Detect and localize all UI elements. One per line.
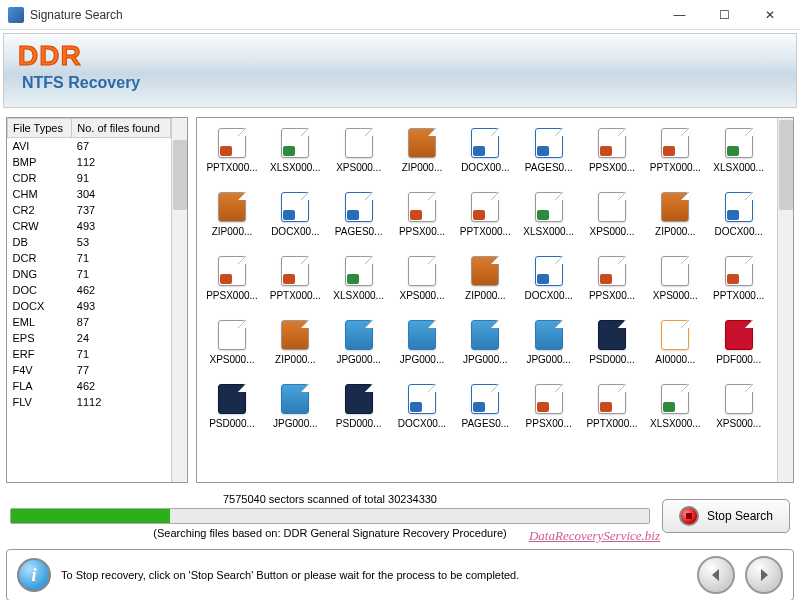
table-row[interactable]: DCR71 [8, 250, 171, 266]
file-item[interactable]: PPSX00... [583, 256, 641, 314]
ppt-file-icon [218, 256, 246, 286]
file-item[interactable]: JPG000... [456, 320, 514, 378]
psd-file-icon [218, 384, 246, 414]
file-item[interactable]: PPSX00... [520, 384, 578, 442]
file-item[interactable]: XLSX000... [710, 128, 768, 186]
file-item[interactable]: XPS000... [583, 192, 641, 250]
file-item[interactable]: PAGES0... [456, 384, 514, 442]
file-item[interactable]: XPS000... [646, 256, 704, 314]
file-item[interactable]: XPS000... [203, 320, 261, 378]
file-type-cell: ERF [8, 346, 72, 362]
file-count-cell: 53 [72, 234, 171, 250]
file-item[interactable]: PPTX000... [203, 128, 261, 186]
file-label: ZIP000... [204, 226, 260, 237]
table-row[interactable]: EPS24 [8, 330, 171, 346]
table-row[interactable]: DOC462 [8, 282, 171, 298]
file-item[interactable]: PPTX000... [456, 192, 514, 250]
table-row[interactable]: CRW493 [8, 218, 171, 234]
plain-file-icon [218, 320, 246, 350]
file-item[interactable]: AI0000... [646, 320, 704, 378]
file-item[interactable]: XLSX000... [646, 384, 704, 442]
table-row[interactable]: AVI67 [8, 138, 171, 155]
table-row[interactable]: F4V77 [8, 362, 171, 378]
file-label: DOCX00... [457, 162, 513, 173]
file-item[interactable]: ZIP000... [266, 320, 324, 378]
file-item[interactable]: XPS000... [393, 256, 451, 314]
file-item[interactable]: PPTX000... [646, 128, 704, 186]
file-item[interactable]: XPS000... [330, 128, 388, 186]
file-item[interactable]: ZIP000... [203, 192, 261, 250]
titlebar: Signature Search — ☐ ✕ [0, 0, 800, 30]
file-item[interactable]: DOCX00... [266, 192, 324, 250]
file-label: XLSX000... [267, 162, 323, 173]
file-label: JPG000... [457, 354, 513, 365]
file-item[interactable]: DOCX00... [520, 256, 578, 314]
file-count-cell: 493 [72, 218, 171, 234]
doc-file-icon [535, 128, 563, 158]
right-scrollbar[interactable] [777, 118, 793, 482]
file-item[interactable]: ZIP000... [393, 128, 451, 186]
file-grid: PPTX000...XLSX000...XPS000...ZIP000...DO… [197, 118, 777, 482]
table-row[interactable]: CR2737 [8, 202, 171, 218]
table-row[interactable]: DOCX493 [8, 298, 171, 314]
col-header-types[interactable]: File Types [8, 119, 72, 138]
file-item[interactable]: DOCX00... [456, 128, 514, 186]
file-item[interactable]: PDF000... [710, 320, 768, 378]
file-item[interactable]: PPTX000... [266, 256, 324, 314]
file-item[interactable]: XPS000... [710, 384, 768, 442]
table-row[interactable]: FLV1112 [8, 394, 171, 410]
file-item[interactable]: PPSX000... [203, 256, 261, 314]
close-button[interactable]: ✕ [747, 1, 792, 29]
table-row[interactable]: BMP112 [8, 154, 171, 170]
file-item[interactable]: JPG000... [393, 320, 451, 378]
file-item[interactable]: PPTX000... [710, 256, 768, 314]
file-item[interactable]: XLSX000... [330, 256, 388, 314]
xls-file-icon [345, 256, 373, 286]
table-row[interactable]: FLA462 [8, 378, 171, 394]
table-row[interactable]: ERF71 [8, 346, 171, 362]
file-item[interactable]: XLSX000... [266, 128, 324, 186]
table-row[interactable]: DNG71 [8, 266, 171, 282]
file-item[interactable]: PPTX000... [583, 384, 641, 442]
scrollbar-thumb[interactable] [173, 140, 187, 210]
table-row[interactable]: CHM304 [8, 186, 171, 202]
file-item[interactable]: PSD000... [203, 384, 261, 442]
psd-file-icon [598, 320, 626, 350]
footer-text: To Stop recovery, click on 'Stop Search'… [61, 569, 687, 581]
img-file-icon [408, 320, 436, 350]
forward-button[interactable] [745, 556, 783, 594]
file-item[interactable]: DOCX00... [393, 384, 451, 442]
stop-search-button[interactable]: Stop Search [662, 499, 790, 533]
img-file-icon [345, 320, 373, 350]
file-item[interactable]: JPG000... [330, 320, 388, 378]
minimize-button[interactable]: — [657, 1, 702, 29]
back-button[interactable] [697, 556, 735, 594]
file-label: XLSX000... [647, 418, 703, 429]
table-row[interactable]: CDR91 [8, 170, 171, 186]
scrollbar-thumb[interactable] [779, 120, 793, 210]
file-item[interactable]: ZIP000... [456, 256, 514, 314]
file-item[interactable]: PAGES0... [330, 192, 388, 250]
file-item[interactable]: PSD000... [583, 320, 641, 378]
table-row[interactable]: EML87 [8, 314, 171, 330]
file-item[interactable]: JPG000... [520, 320, 578, 378]
table-row[interactable]: DB53 [8, 234, 171, 250]
left-scrollbar[interactable] [171, 118, 187, 482]
file-label: AI0000... [647, 354, 703, 365]
file-item[interactable]: XLSX000... [520, 192, 578, 250]
file-item[interactable]: DOCX00... [710, 192, 768, 250]
file-label: JPG000... [521, 354, 577, 365]
file-item[interactable]: PPSX00... [583, 128, 641, 186]
file-item[interactable]: PPSX00... [393, 192, 451, 250]
col-header-count[interactable]: No. of files found [72, 119, 171, 138]
file-item[interactable]: PAGES0... [520, 128, 578, 186]
file-item[interactable]: PSD000... [330, 384, 388, 442]
maximize-button[interactable]: ☐ [702, 1, 747, 29]
file-item[interactable]: JPG000... [266, 384, 324, 442]
xls-file-icon [281, 128, 309, 158]
file-count-cell: 67 [72, 138, 171, 155]
file-label: PPTX000... [584, 418, 640, 429]
file-count-cell: 304 [72, 186, 171, 202]
ppt-file-icon [725, 256, 753, 286]
file-item[interactable]: ZIP000... [646, 192, 704, 250]
